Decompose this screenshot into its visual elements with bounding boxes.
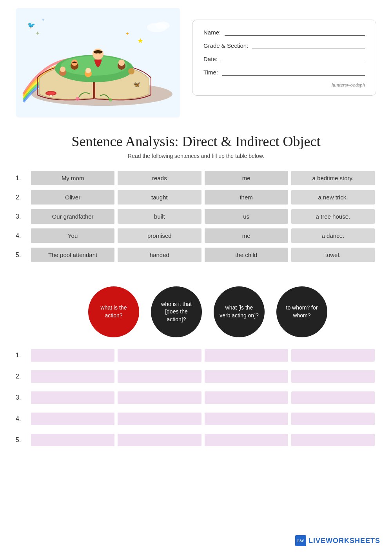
answer-number-2: 2. xyxy=(16,373,29,380)
main-title: Sentence Analysis: Direct & Indirect Obj… xyxy=(16,133,376,150)
answer-number-5: 5. xyxy=(16,436,29,444)
answer-cell-2-2[interactable] xyxy=(118,370,201,383)
subject-cell-4: You xyxy=(31,228,114,243)
answer-cell-2-1[interactable] xyxy=(118,349,201,362)
answer-cell-1-5[interactable] xyxy=(31,434,114,446)
answer-cell-4-4[interactable] xyxy=(291,413,375,425)
indirect-cell-4: me xyxy=(205,228,288,243)
row-number-2: 2. xyxy=(16,194,29,201)
answer-cell-3-1[interactable] xyxy=(205,349,288,362)
indirect-cell-1: me xyxy=(205,171,288,185)
grade-row: Grade & Section: xyxy=(203,42,365,49)
answer-cell-1-4[interactable] xyxy=(31,413,114,425)
name-label: Name: xyxy=(203,29,221,36)
svg-text:✦: ✦ xyxy=(125,31,129,36)
watermark: hunterswoodsph xyxy=(203,82,365,88)
time-line xyxy=(222,69,365,76)
info-box: Name: Grade & Section: Date: Time: hunte… xyxy=(192,20,376,96)
subject-cell-2: Oliver xyxy=(31,190,114,205)
sentence-table: 1. My mom reads me a bedtime story. 2. O… xyxy=(0,163,392,275)
title-section: Sentence Analysis: Direct & Indirect Obj… xyxy=(0,121,392,163)
answer-cell-3-4[interactable] xyxy=(205,413,288,425)
subtitle: Read the following sentences and fill up… xyxy=(16,153,376,159)
illustration-area: ★ ✦ 🐦 ✦ ✦ 🦋 xyxy=(16,8,180,118)
row-number-5: 5. xyxy=(16,252,29,259)
name-row: Name: xyxy=(203,29,365,36)
answer-number-1: 1. xyxy=(16,352,29,359)
sentence-row-3: 3. Our grandfather built us a tree house… xyxy=(16,209,376,224)
svg-point-9 xyxy=(60,67,65,72)
answer-row-1: 1. xyxy=(16,349,376,362)
svg-point-21 xyxy=(109,98,112,101)
date-row: Date: xyxy=(203,55,365,62)
circle-what: what [is the verb acting on]? xyxy=(214,286,265,337)
answer-cell-4-1[interactable] xyxy=(291,349,375,362)
subject-cell-5: The pool attendant xyxy=(31,248,114,262)
verb-cell-2: taught xyxy=(118,190,201,205)
date-label: Date: xyxy=(203,56,218,62)
row-number-1: 1. xyxy=(16,175,29,182)
circles-section: what is the action? who is it that [does… xyxy=(0,275,392,345)
svg-point-11 xyxy=(118,60,125,66)
verb-cell-4: promised xyxy=(118,228,201,243)
row-number-3: 3. xyxy=(16,213,29,220)
answer-cell-2-4[interactable] xyxy=(118,413,201,425)
answer-section: 1. 2. 3. 4. 5. xyxy=(0,345,392,467)
answer-row-3: 3. xyxy=(16,391,376,404)
sentence-row-1: 1. My mom reads me a bedtime story. xyxy=(16,171,376,185)
svg-point-20 xyxy=(76,97,80,101)
circle-action: what is the action? xyxy=(88,286,139,337)
answer-row-5: 5. xyxy=(16,434,376,446)
answer-number-3: 3. xyxy=(16,394,29,401)
grade-label: Grade & Section: xyxy=(203,42,248,49)
footer: LW LIVEWORKSHEETS xyxy=(295,535,380,546)
svg-point-12 xyxy=(128,68,134,74)
answer-cell-4-3[interactable] xyxy=(291,391,375,404)
answer-row-4: 4. xyxy=(16,413,376,425)
answer-cell-4-2[interactable] xyxy=(291,370,375,383)
direct-cell-1: a bedtime story. xyxy=(291,171,375,185)
sentence-row-5: 5. The pool attendant handed the child t… xyxy=(16,248,376,262)
verb-cell-1: reads xyxy=(118,171,201,185)
direct-cell-2: a new trick. xyxy=(291,190,375,205)
answer-cell-3-5[interactable] xyxy=(205,434,288,446)
svg-text:✦: ✦ xyxy=(41,17,45,23)
liveworksheets-logo: LW LIVEWORKSHEETS xyxy=(295,535,380,546)
answer-cell-3-2[interactable] xyxy=(205,370,288,383)
sentence-row-2: 2. Oliver taught them a new trick. xyxy=(16,190,376,205)
answer-cell-1-2[interactable] xyxy=(31,370,114,383)
circle-towhom: to whom? for whom? xyxy=(276,286,327,337)
lw-icon: LW xyxy=(295,535,306,546)
answer-cell-4-5[interactable] xyxy=(291,434,375,446)
circle-who: who is it that [does the action]? xyxy=(151,286,202,337)
sentence-row-4: 4. You promised me a dance. xyxy=(16,228,376,243)
svg-text:🐦: 🐦 xyxy=(27,22,35,29)
subject-cell-3: Our grandfather xyxy=(31,209,114,224)
date-line xyxy=(221,55,365,62)
svg-point-27 xyxy=(156,22,170,29)
svg-text:★: ★ xyxy=(137,37,143,45)
svg-text:✦: ✦ xyxy=(35,31,40,36)
direct-cell-3: a tree house. xyxy=(291,209,375,224)
row-number-4: 4. xyxy=(16,232,29,239)
svg-point-24 xyxy=(47,92,55,95)
verb-cell-3: built xyxy=(118,209,201,224)
name-line xyxy=(225,29,365,36)
time-row: Time: xyxy=(203,69,365,76)
answer-cell-3-3[interactable] xyxy=(205,391,288,404)
answer-cell-1-1[interactable] xyxy=(31,349,114,362)
indirect-cell-2: them xyxy=(205,190,288,205)
subject-cell-1: My mom xyxy=(31,171,114,185)
svg-point-14 xyxy=(85,68,91,73)
verb-cell-5: handed xyxy=(118,248,201,262)
answer-cell-1-3[interactable] xyxy=(31,391,114,404)
direct-cell-5: towel. xyxy=(291,248,375,262)
indirect-cell-5: the child xyxy=(205,248,288,262)
header-section: ★ ✦ 🐦 ✦ ✦ 🦋 xyxy=(0,0,392,121)
direct-cell-4: a dance. xyxy=(291,228,375,243)
answer-number-4: 4. xyxy=(16,415,29,422)
answer-row-2: 2. xyxy=(16,370,376,383)
lw-text: LIVEWORKSHEETS xyxy=(309,537,380,545)
answer-cell-2-5[interactable] xyxy=(118,434,201,446)
answer-cell-2-3[interactable] xyxy=(118,391,201,404)
